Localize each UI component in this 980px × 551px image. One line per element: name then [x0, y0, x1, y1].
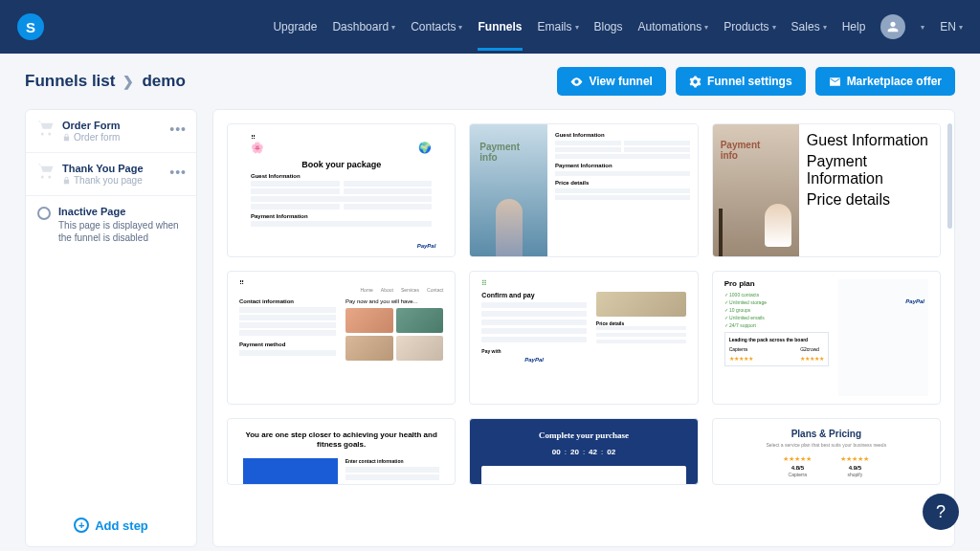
template-card[interactable]: ⠿ HomeAboutServicesContact Contact infor… — [227, 271, 456, 405]
template-card[interactable]: Payment info Guest Information Payment I… — [712, 123, 941, 257]
nav-sales[interactable]: Sales▾ — [791, 3, 827, 51]
template-card[interactable]: You are one step closer to achieving you… — [227, 418, 456, 485]
template-card[interactable]: Complete your purchase 00: 20: 42: 02 — [469, 418, 698, 485]
chevron-down-icon: ▾ — [772, 23, 776, 32]
chevron-down-icon: ▾ — [704, 23, 708, 32]
chevron-right-icon: ❯ — [122, 74, 134, 89]
step-title: Thank You Page — [62, 163, 185, 174]
breadcrumb-current: demo — [142, 72, 185, 91]
page-header: Funnels list ❯ demo View funnel Funnel s… — [0, 54, 980, 109]
breadcrumb-root[interactable]: Funnels list — [25, 72, 115, 91]
funnel-settings-button[interactable]: Funnel settings — [676, 67, 806, 96]
step-menu-button[interactable]: ••• — [169, 165, 187, 180]
topbar: S Upgrade Dashboard▾ Contacts▾ Funnels E… — [0, 0, 980, 54]
plus-icon: + — [74, 518, 89, 533]
nav-contacts[interactable]: Contacts▾ — [411, 3, 462, 51]
envelope-icon — [829, 76, 841, 88]
view-funnel-button[interactable]: View funnel — [557, 67, 665, 96]
template-title: Book your package — [251, 160, 432, 169]
chevron-down-icon: ▾ — [959, 23, 963, 32]
circle-icon — [37, 207, 51, 220]
step-subtitle: Order form — [62, 132, 185, 143]
paypal-icon: PayPal — [481, 357, 586, 363]
template-card[interactable]: Payment info Guest Information Payment I… — [469, 123, 698, 257]
nav-automations[interactable]: Automations▾ — [638, 3, 709, 51]
step-order-form[interactable]: Order Form Order form ••• — [26, 110, 196, 153]
step-subtitle: Thank you page — [62, 175, 185, 186]
nav-funnels[interactable]: Funnels — [478, 3, 522, 51]
nav-help[interactable]: Help — [842, 3, 866, 51]
nav-dashboard[interactable]: Dashboard▾ — [332, 3, 395, 51]
nav-emails[interactable]: Emails▾ — [538, 3, 579, 51]
template-card[interactable]: Pro plan ✓ 1000 contacts ✓ Unlimited sto… — [712, 271, 941, 405]
paypal-icon: PayPal — [417, 243, 436, 249]
header-actions: View funnel Funnel settings Marketplace … — [557, 67, 955, 96]
help-button[interactable]: ? — [923, 494, 959, 530]
chevron-down-icon: ▾ — [921, 23, 924, 32]
lock-icon — [62, 176, 71, 185]
marketplace-offer-button[interactable]: Marketplace offer — [815, 67, 955, 96]
scrollbar[interactable] — [947, 123, 952, 229]
inactive-title: Inactive Page — [58, 206, 185, 217]
step-title: Order Form — [62, 120, 185, 131]
nav-upgrade[interactable]: Upgrade — [273, 3, 317, 51]
gear-icon — [689, 76, 702, 88]
paypal-icon: PayPal — [842, 298, 924, 304]
templates-grid: ⠿ 🌸🌍 Book your package Guest Information… — [227, 123, 941, 485]
main-content: Order Form Order form ••• Thank You Page… — [0, 109, 980, 547]
step-thank-you[interactable]: Thank You Page Thank you page ••• — [26, 153, 196, 196]
nav-lang[interactable]: EN▾ — [940, 3, 963, 51]
main-nav: Upgrade Dashboard▾ Contacts▾ Funnels Ema… — [273, 3, 963, 51]
template-card[interactable]: Plans & Pricing Select a service plan th… — [712, 418, 941, 485]
lock-icon — [62, 133, 71, 142]
cart-icon — [37, 120, 55, 137]
template-card[interactable]: ⠿ Confirm and pay Pay with PayPal Price … — [469, 271, 698, 405]
eye-icon — [570, 76, 583, 88]
add-step-button[interactable]: + Add step — [26, 504, 196, 546]
cart-icon — [37, 163, 55, 180]
nav-products[interactable]: Products▾ — [724, 3, 775, 51]
step-menu-button[interactable]: ••• — [169, 121, 187, 137]
inactive-description: This page is displayed when the funnel i… — [58, 219, 185, 244]
avatar[interactable] — [880, 14, 905, 39]
logo[interactable]: S — [17, 13, 44, 40]
template-card[interactable]: ⠿ 🌸🌍 Book your package Guest Information… — [227, 123, 456, 257]
breadcrumb: Funnels list ❯ demo — [25, 72, 186, 91]
templates-panel: ⠿ 🌸🌍 Book your package Guest Information… — [212, 109, 955, 547]
chevron-down-icon: ▾ — [391, 23, 395, 32]
inactive-page-info[interactable]: Inactive Page This page is displayed whe… — [26, 196, 196, 253]
chevron-down-icon: ▾ — [823, 23, 827, 32]
chevron-down-icon: ▾ — [458, 23, 462, 32]
steps-sidebar: Order Form Order form ••• Thank You Page… — [25, 109, 197, 547]
nav-blogs[interactable]: Blogs — [594, 3, 623, 51]
chevron-down-icon: ▾ — [575, 23, 579, 32]
